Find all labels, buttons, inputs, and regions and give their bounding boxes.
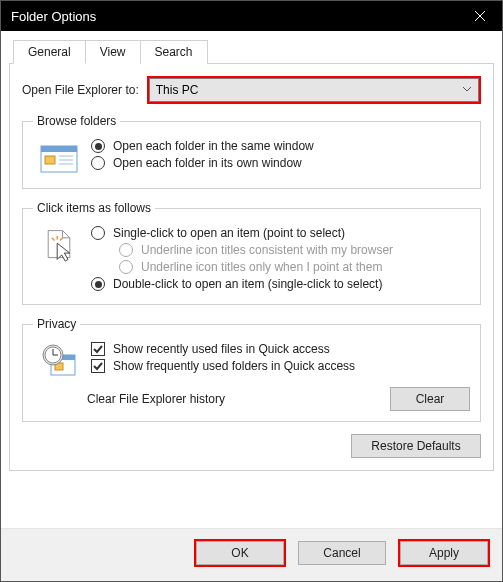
radio-icon — [119, 243, 133, 257]
clear-button[interactable]: Clear — [390, 387, 470, 411]
titlebar: Folder Options — [1, 1, 502, 31]
svg-rect-2 — [45, 156, 55, 164]
dialog-footer: OK Cancel Apply — [1, 528, 502, 581]
close-icon — [474, 10, 486, 22]
tab-bar: General View Search — [13, 40, 494, 64]
clear-history-label: Clear File Explorer history — [87, 392, 225, 406]
browse-own-window-label: Open each folder in its own window — [113, 156, 302, 170]
tab-panel-general: Open File Explorer to: This PC Browse fo… — [9, 63, 494, 471]
cancel-wrap: Cancel — [296, 539, 388, 567]
browse-folders-legend: Browse folders — [33, 114, 120, 128]
ok-button[interactable]: OK — [196, 541, 284, 565]
browse-folders-group: Browse folders Open each folder in the s… — [22, 114, 481, 189]
privacy-legend: Privacy — [33, 317, 80, 331]
checkbox-icon — [91, 359, 105, 373]
single-click-option[interactable]: Single-click to open an item (point to s… — [91, 226, 470, 240]
restore-defaults-button[interactable]: Restore Defaults — [351, 434, 481, 458]
browse-same-window-label: Open each folder in the same window — [113, 139, 314, 153]
radio-icon — [91, 156, 105, 170]
open-explorer-highlight: This PC — [147, 76, 481, 104]
tab-general[interactable]: General — [13, 40, 86, 64]
recent-files-option[interactable]: Show recently used files in Quick access — [91, 342, 470, 356]
radio-icon — [91, 277, 105, 291]
privacy-history-icon — [37, 341, 81, 381]
open-explorer-row: Open File Explorer to: This PC — [22, 76, 481, 104]
close-button[interactable] — [457, 1, 502, 31]
underline-browser-label: Underline icon titles consistent with my… — [141, 243, 393, 257]
privacy-group: Privacy Show recently used files in Quic… — [22, 317, 481, 422]
tab-view[interactable]: View — [85, 40, 141, 64]
underline-point-label: Underline icon titles only when I point … — [141, 260, 382, 274]
folder-window-icon — [37, 138, 81, 178]
radio-icon — [91, 226, 105, 240]
apply-highlight: Apply — [398, 539, 490, 567]
underline-point-option: Underline icon titles only when I point … — [119, 260, 470, 274]
recent-files-label: Show recently used files in Quick access — [113, 342, 330, 356]
apply-button[interactable]: Apply — [400, 541, 488, 565]
open-explorer-value: This PC — [156, 83, 199, 97]
open-explorer-label: Open File Explorer to: — [22, 83, 139, 97]
frequent-folders-label: Show frequently used folders in Quick ac… — [113, 359, 355, 373]
double-click-option[interactable]: Double-click to open an item (single-cli… — [91, 277, 470, 291]
frequent-folders-option[interactable]: Show frequently used folders in Quick ac… — [91, 359, 470, 373]
chevron-down-icon — [462, 83, 472, 97]
underline-browser-option: Underline icon titles consistent with my… — [119, 243, 470, 257]
single-click-label: Single-click to open an item (point to s… — [113, 226, 345, 240]
click-items-group: Click items as follows Single-click to o… — [22, 201, 481, 305]
clear-history-row: Clear File Explorer history Clear — [33, 387, 470, 411]
radio-icon — [119, 260, 133, 274]
checkbox-icon — [91, 342, 105, 356]
click-items-legend: Click items as follows — [33, 201, 155, 215]
window-title: Folder Options — [11, 9, 96, 24]
open-explorer-dropdown[interactable]: This PC — [149, 78, 479, 102]
ok-highlight: OK — [194, 539, 286, 567]
folder-options-window: Folder Options General View Search Open … — [0, 0, 503, 582]
restore-row: Restore Defaults — [22, 434, 481, 458]
cancel-button[interactable]: Cancel — [298, 541, 386, 565]
svg-rect-1 — [41, 146, 77, 152]
dialog-content: General View Search Open File Explorer t… — [1, 31, 502, 528]
cursor-click-icon — [37, 225, 81, 265]
browse-same-window-option[interactable]: Open each folder in the same window — [91, 139, 470, 153]
tab-search[interactable]: Search — [140, 40, 208, 64]
double-click-label: Double-click to open an item (single-cli… — [113, 277, 382, 291]
radio-icon — [91, 139, 105, 153]
browse-own-window-option[interactable]: Open each folder in its own window — [91, 156, 470, 170]
